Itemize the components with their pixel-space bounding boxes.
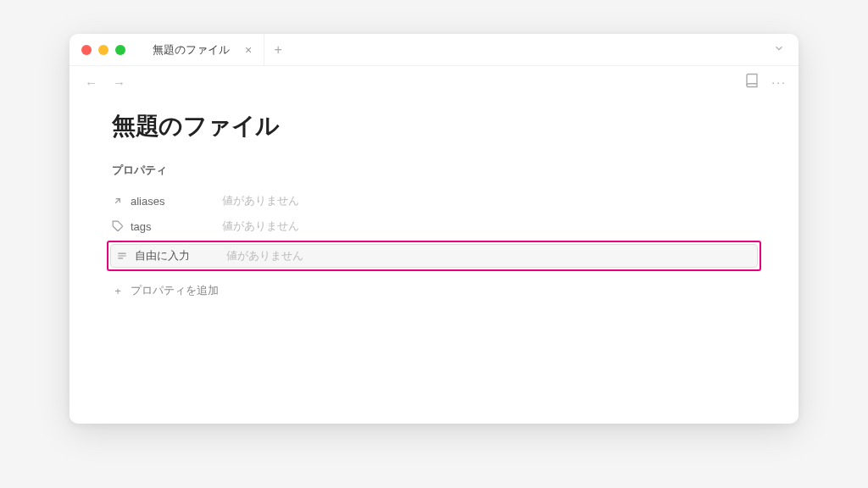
reading-view-icon[interactable] xyxy=(744,73,760,92)
content-area: 無題のファイル プロパティ aliases 値がありません tags 値がありま… xyxy=(70,98,798,424)
highlighted-property-row: 自由に入力 値がありません xyxy=(107,241,761,271)
app-window: 無題のファイル × + ← → ··· 無題のファイル プロパティ ali xyxy=(70,34,798,424)
property-value[interactable]: 値がありません xyxy=(219,193,756,208)
property-value[interactable]: 値がありません xyxy=(223,248,757,263)
tag-icon xyxy=(112,220,124,232)
tab-title: 無題のファイル xyxy=(153,42,230,58)
add-property-label: プロパティを追加 xyxy=(131,283,219,298)
close-tab-icon[interactable]: × xyxy=(245,43,252,57)
back-button[interactable]: ← xyxy=(81,74,101,92)
property-key: 自由に入力 xyxy=(116,248,223,263)
property-key-label[interactable]: 自由に入力 xyxy=(135,248,190,263)
property-key-label: tags xyxy=(131,220,152,233)
more-menu-icon[interactable]: ··· xyxy=(771,75,787,89)
plus-icon: + xyxy=(112,285,124,297)
toolbar-right: ··· xyxy=(744,73,787,92)
property-key-label: aliases xyxy=(131,195,164,208)
minimize-window-button[interactable] xyxy=(98,45,108,55)
new-tab-button[interactable]: + xyxy=(264,34,292,65)
property-key: aliases xyxy=(112,195,219,208)
titlebar: 無題のファイル × + xyxy=(70,34,798,66)
property-value[interactable]: 値がありません xyxy=(219,219,756,234)
maximize-window-button[interactable] xyxy=(115,45,125,55)
page-title[interactable]: 無題のファイル xyxy=(112,110,756,142)
forward-button[interactable]: → xyxy=(109,74,129,92)
window-controls xyxy=(70,45,125,55)
text-lines-icon xyxy=(116,250,128,262)
toolbar: ← → ··· xyxy=(70,66,798,98)
tab-bar: 無題のファイル × + xyxy=(141,34,292,65)
close-window-button[interactable] xyxy=(81,45,92,55)
alias-arrow-icon xyxy=(112,195,124,207)
add-property-button[interactable]: + プロパティを追加 xyxy=(112,280,756,302)
collapse-chevron-icon[interactable] xyxy=(773,42,785,57)
tab-active[interactable]: 無題のファイル × xyxy=(141,34,264,65)
property-row-freetext[interactable]: 自由に入力 値がありません xyxy=(110,244,758,268)
property-row-tags[interactable]: tags 値がありません xyxy=(112,214,756,239)
property-row-aliases[interactable]: aliases 値がありません xyxy=(112,188,756,214)
properties-section-label: プロパティ xyxy=(112,163,756,178)
property-key: tags xyxy=(112,220,219,233)
